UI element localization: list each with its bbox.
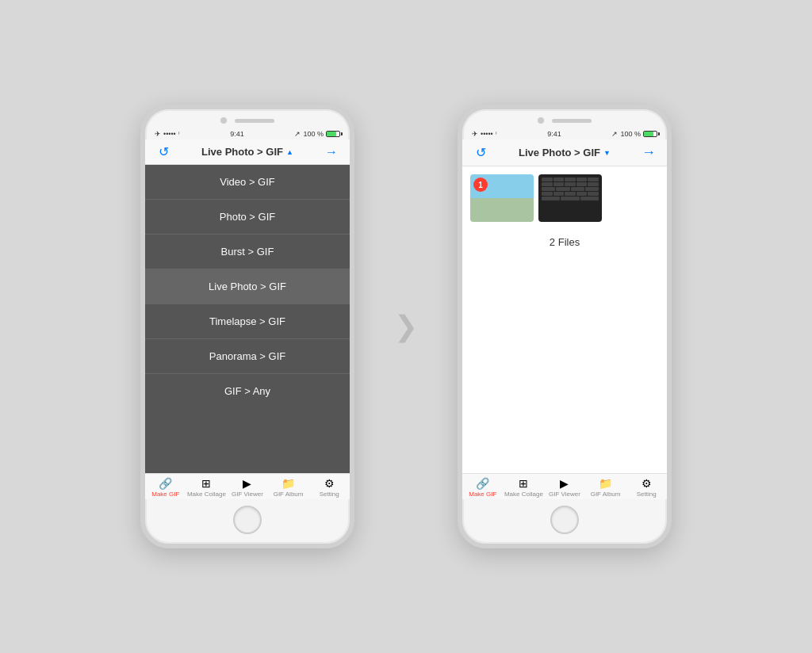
- tab-label-viewer-2: GIF Viewer: [549, 491, 580, 498]
- tab-label-collage-1: Make Collage: [187, 491, 226, 498]
- tab-label-setting-2: Setting: [637, 491, 657, 498]
- camera-dot-2: [538, 117, 544, 124]
- screen-content-1: Video > GIF Photo > GIF Burst > GIF Live…: [145, 165, 350, 473]
- menu-item-video[interactable]: Video > GIF: [145, 165, 350, 200]
- tab-collage-1[interactable]: ⊞ Make Collage: [186, 477, 228, 498]
- status-right-2: ↗ 100 %: [611, 130, 657, 138]
- status-left-1: ✈ ••••• ᵎ: [155, 130, 180, 138]
- camera-dot: [220, 117, 227, 124]
- keyboard-thumbnail: [538, 174, 602, 222]
- menu-item-panorama[interactable]: Panorama > GIF: [145, 339, 350, 374]
- tab-collage-2[interactable]: ⊞ Make Collage: [504, 477, 545, 498]
- tab-viewer-2[interactable]: ▶ GIF Viewer: [544, 477, 585, 498]
- signal-dots: •••••: [163, 130, 176, 138]
- status-bar-1: ✈ ••••• ᵎ 9:41 ↗ 100 %: [145, 128, 350, 139]
- menu-item-gifany[interactable]: GIF > Any: [145, 374, 350, 408]
- tab-makegif-1[interactable]: 🔗 Make GIF: [145, 477, 186, 498]
- signal-strength-2: ↗: [611, 130, 618, 138]
- tab-setting-1[interactable]: ⚙ Setting: [308, 477, 350, 498]
- tab-label-collage-2: Make Collage: [504, 491, 543, 498]
- phone-1: ✈ ••••• ᵎ 9:41 ↗ 100 % ↺ Live Photo > GI…: [140, 105, 354, 548]
- forward-button-1[interactable]: →: [323, 145, 340, 159]
- grid-icon-2: ⊞: [519, 477, 528, 490]
- nav-title-1: Live Photo > GIF ▲: [201, 146, 293, 158]
- tab-label-makegif-2: Make GIF: [469, 491, 496, 498]
- nav-bar-2: ↺ Live Photo > GIF ▼ →: [462, 139, 667, 166]
- speaker: [235, 119, 274, 123]
- tab-viewer-1[interactable]: ▶ GIF Viewer: [227, 477, 268, 498]
- status-left-2: ✈ ••••• ᵎ: [472, 130, 497, 138]
- battery-icon-1: [326, 131, 340, 137]
- gear-icon-1: ⚙: [324, 477, 335, 490]
- refresh-button-2[interactable]: ↺: [472, 145, 489, 160]
- refresh-button-1[interactable]: ↺: [155, 144, 172, 159]
- airplane-icon: ✈: [155, 130, 161, 138]
- menu-item-livephoto[interactable]: Live Photo > GIF: [145, 269, 350, 304]
- folder-icon-2: 📁: [599, 477, 612, 490]
- file-badge: 1: [473, 178, 488, 192]
- phone-2: ✈ ••••• ᵎ 9:41 ↗ 100 % ↺ Live Photo > GI…: [458, 105, 672, 548]
- tab-album-2[interactable]: 📁 GIF Album: [585, 477, 626, 498]
- file-thumb-2[interactable]: [538, 174, 602, 222]
- gear-icon-2: ⚙: [642, 477, 652, 490]
- grid-icon-1: ⊞: [201, 477, 211, 490]
- nav-bar-1: ↺ Live Photo > GIF ▲ →: [145, 139, 350, 165]
- wifi-icon: ᵎ: [178, 130, 180, 138]
- status-bar-2: ✈ ••••• ᵎ 9:41 ↗ 100 %: [462, 128, 667, 139]
- battery-fill-2: [644, 132, 653, 136]
- tab-label-viewer-1: GIF Viewer: [232, 491, 263, 498]
- dropdown-arrow-1[interactable]: ▲: [286, 148, 293, 156]
- tab-label-album-1: GIF Album: [274, 491, 304, 498]
- signal-dots-2: •••••: [481, 130, 493, 138]
- phone-2-bottom: [462, 499, 667, 544]
- menu-list-1: Video > GIF Photo > GIF Burst > GIF Live…: [145, 165, 350, 473]
- tab-label-makegif-1: Make GIF: [151, 491, 179, 498]
- battery-pct-2: 100 %: [620, 130, 641, 138]
- signal-strength-1: ↗: [294, 130, 301, 138]
- battery-fill-1: [327, 132, 336, 136]
- home-button-1[interactable]: [233, 506, 262, 534]
- time-display-2: 9:41: [547, 130, 561, 138]
- tab-label-setting-1: Setting: [320, 491, 339, 498]
- link-icon-2: 🔗: [476, 477, 489, 490]
- speaker-2: [552, 119, 592, 123]
- between-arrow: ❯: [394, 310, 418, 343]
- menu-item-photo[interactable]: Photo > GIF: [145, 200, 350, 235]
- menu-item-burst[interactable]: Burst > GIF: [145, 235, 350, 269]
- play-icon-1: ▶: [243, 477, 251, 490]
- tab-bar-2: 🔗 Make GIF ⊞ Make Collage ▶ GIF Viewer 📁…: [462, 473, 667, 499]
- dropdown-arrow-2[interactable]: ▼: [603, 149, 611, 157]
- airplane-icon-2: ✈: [472, 130, 478, 138]
- battery-icon-2: [643, 131, 657, 137]
- nav-title-2: Live Photo > GIF ▼: [519, 147, 611, 158]
- link-icon-1: 🔗: [159, 477, 172, 490]
- nav-title-text-1: Live Photo > GIF: [201, 146, 283, 158]
- tab-setting-2[interactable]: ⚙ Setting: [626, 477, 667, 498]
- battery-pct-1: 100 %: [303, 130, 324, 138]
- phone-1-top: [145, 109, 350, 128]
- file-count: 2 Files: [462, 230, 667, 254]
- screen-content-2: 1 2 Files: [462, 166, 667, 473]
- file-thumb-1[interactable]: 1: [470, 174, 534, 222]
- time-display-1: 9:41: [230, 130, 244, 138]
- play-icon-2: ▶: [560, 477, 569, 490]
- file-grid: 1: [462, 166, 667, 230]
- wifi-icon-2: ᵎ: [496, 130, 497, 138]
- tab-makegif-2[interactable]: 🔗 Make GIF: [462, 477, 504, 498]
- home-button-2[interactable]: [550, 506, 579, 534]
- status-right-1: ↗ 100 %: [294, 130, 340, 138]
- folder-icon-1: 📁: [282, 477, 295, 490]
- phone-1-bottom: [145, 499, 350, 544]
- tab-label-album-2: GIF Album: [591, 491, 621, 498]
- forward-button-2[interactable]: →: [640, 144, 657, 161]
- tab-bar-1: 🔗 Make GIF ⊞ Make Collage ▶ GIF Viewer 📁…: [145, 473, 350, 499]
- nav-title-text-2: Live Photo > GIF: [519, 147, 600, 158]
- phone-2-top: [462, 109, 667, 128]
- menu-item-timelapse[interactable]: Timelapse > GIF: [145, 304, 350, 339]
- tab-album-1[interactable]: 📁 GIF Album: [268, 477, 309, 498]
